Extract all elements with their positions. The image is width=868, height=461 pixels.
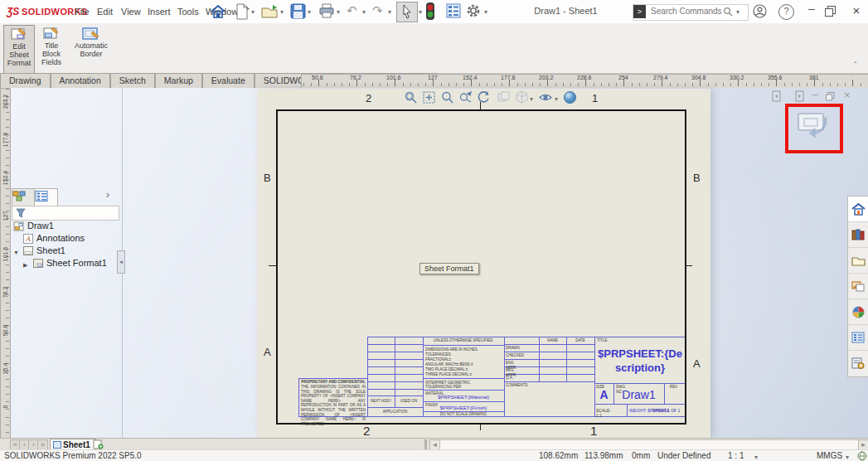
tb-approval-row: DRAWN	[506, 346, 520, 351]
tab-drawing[interactable]: Drawing	[0, 73, 51, 88]
tab-evaluate[interactable]: Evaluate	[202, 73, 255, 88]
tab-sketch[interactable]: Sketch	[110, 73, 155, 88]
zoom-to-selection-icon[interactable]	[458, 90, 473, 104]
exit-sheet-format-icon[interactable]	[797, 112, 830, 142]
tab-markup[interactable]: Markup	[155, 73, 202, 88]
print-caret-icon[interactable]: ▾	[337, 8, 340, 16]
zoom-to-area-icon[interactable]	[422, 90, 436, 104]
taskpane-view-palette-button[interactable]	[848, 274, 868, 299]
new-document-caret-icon[interactable]: ▾	[251, 8, 255, 16]
zoom-in-out-icon[interactable]	[440, 90, 454, 104]
account-icon[interactable]	[753, 4, 767, 18]
ruler-tick-label: 50.8	[2, 322, 8, 340]
zone-tick	[685, 265, 692, 266]
save-icon[interactable]	[290, 3, 307, 20]
collapse-ribbon-icon[interactable]: ˆ	[854, 61, 856, 70]
doc-next-icon[interactable]	[794, 90, 805, 102]
redo-caret-icon[interactable]: ▾	[388, 8, 391, 16]
select-tool-button[interactable]	[396, 2, 418, 22]
tab-annotation[interactable]: Annotation	[51, 73, 110, 88]
status-globe-icon[interactable]	[857, 451, 867, 461]
appearances-icon	[852, 306, 865, 318]
new-document-icon[interactable]	[235, 3, 251, 20]
help-icon[interactable]: ?	[778, 4, 794, 20]
minimize-button[interactable]: –	[803, 2, 821, 15]
save-caret-icon[interactable]: ▾	[308, 8, 311, 16]
undo-icon[interactable]: ↶	[347, 3, 357, 18]
options-caret-icon[interactable]: ▾	[484, 8, 487, 16]
select-caret-icon[interactable]: ▾	[419, 8, 422, 16]
search-icon[interactable]	[723, 7, 733, 17]
status-units[interactable]: MMGS	[817, 451, 842, 461]
doc-close-button[interactable]: ×	[844, 89, 851, 101]
search-commands-box[interactable]: > ▾	[633, 4, 749, 21]
menu-tools[interactable]: Tools	[174, 0, 202, 23]
expander-expanded-icon[interactable]: ▼	[13, 247, 19, 258]
menu-file[interactable]: File	[71, 0, 93, 23]
search-input[interactable]	[649, 6, 724, 17]
doc-restore-button[interactable]	[826, 92, 835, 101]
taskpane-custom-properties-button[interactable]	[848, 325, 868, 351]
open-icon[interactable]	[261, 3, 278, 20]
propertymanager-tab[interactable]	[34, 188, 58, 207]
menu-insert[interactable]: Insert	[144, 0, 174, 23]
undo-caret-icon[interactable]: ▾	[362, 8, 366, 16]
rotate-view-icon[interactable]	[477, 90, 491, 104]
3d-drawing-view-icon[interactable]	[497, 90, 511, 104]
restore-button[interactable]	[825, 6, 836, 17]
vertical-ruler: 203.2 177.8 152.4 127 101.6 76.2 50.8 25…	[0, 88, 11, 439]
automatic-border-icon	[82, 27, 100, 41]
document-title: Draw1 - Sheet1	[506, 6, 626, 16]
status-x-coordinate: 108.62mm	[539, 451, 578, 461]
zone-col-label: 1	[592, 92, 598, 104]
rebuild-traffic-light-icon[interactable]	[426, 2, 434, 20]
hide-show-items-icon[interactable]	[538, 90, 553, 104]
scale-caret-icon[interactable]: ▾	[754, 453, 758, 461]
expander-collapsed-icon[interactable]: ▶	[23, 260, 27, 270]
add-sheet-button[interactable]	[93, 439, 104, 449]
horizontal-ruler: 50.8 76.2 101.6 127 152.4 177.8 203.2 22…	[301, 74, 868, 89]
hide-show-caret-icon[interactable]: ▾	[555, 95, 558, 103]
doc-minimize-button[interactable]: –	[812, 89, 818, 100]
units-caret-icon[interactable]: ▾	[846, 453, 849, 461]
annotations-icon: A	[23, 234, 33, 244]
zoom-to-fit-icon[interactable]	[404, 90, 418, 104]
options-gear-icon[interactable]	[466, 3, 481, 18]
scrollbar-splitter[interactable]	[424, 439, 427, 449]
automatic-border-button[interactable]: Automatic Border	[70, 25, 113, 72]
panel-flyout-chevron-icon[interactable]: ›	[106, 189, 109, 201]
title-block-fields-button[interactable]: Title Block Fields	[36, 25, 66, 72]
sheet-tab-bar: « ‹ › » Sheet1 ◂ ▸	[0, 438, 868, 450]
tree-filter-bar[interactable]	[12, 206, 119, 221]
graphics-area[interactable]: 2 1 2 1 B A B A Sheet Format1	[0, 88, 868, 438]
menu-edit[interactable]: Edit	[94, 0, 116, 23]
open-caret-icon[interactable]: ▾	[280, 8, 284, 16]
taskpane-file-explorer-button[interactable]	[848, 248, 868, 274]
taskpane-appearances-button[interactable]	[848, 299, 868, 325]
doc-prev-icon[interactable]	[771, 90, 782, 102]
menu-view[interactable]: View	[118, 0, 144, 23]
redo-icon[interactable]: ↷	[372, 3, 383, 18]
edit-sheet-format-button[interactable]: Edit Sheet Format	[3, 25, 35, 74]
ruler-tick-label: 127	[428, 75, 438, 80]
search-caret-icon[interactable]: ▾	[736, 8, 739, 16]
print-icon[interactable]	[318, 3, 335, 20]
tb-next-assy: NEXT ASSY	[367, 399, 395, 404]
featuremanager-tab[interactable]	[12, 188, 36, 207]
home-icon[interactable]	[210, 3, 226, 20]
view-settings-icon[interactable]	[563, 90, 577, 104]
display-manager-icon[interactable]	[446, 3, 461, 18]
drawing-doc-icon	[13, 221, 24, 231]
status-bar: SOLIDWORKS Premium 2022 SP5.0 108.62mm 1…	[0, 449, 868, 461]
close-button[interactable]: ×	[848, 3, 865, 17]
taskpane-resources-button[interactable]	[848, 197, 868, 222]
status-sheet-scale[interactable]: 1 : 1	[728, 451, 744, 461]
sheet1-tab[interactable]: Sheet1	[50, 439, 96, 450]
panel-collapse-handle[interactable]: ◂	[117, 250, 125, 274]
taskpane-forum-button[interactable]	[848, 351, 868, 376]
ruler-tick-label: 304.8	[691, 75, 706, 80]
taskpane-design-library-button[interactable]	[848, 222, 868, 248]
display-style-caret-icon[interactable]: ▾	[530, 95, 533, 103]
display-style-icon[interactable]	[515, 90, 529, 104]
ruler-tick-label: 50.8	[312, 75, 323, 80]
